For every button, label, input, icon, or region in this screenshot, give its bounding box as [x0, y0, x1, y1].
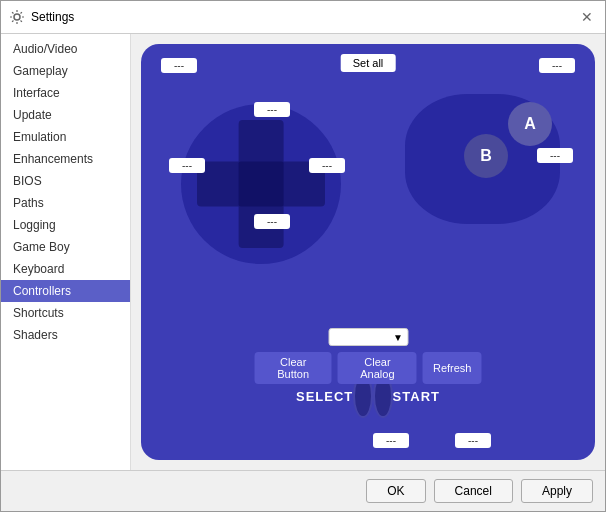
sidebar-item-audio-video[interactable]: Audio/Video: [1, 38, 130, 60]
main-area: --- --- Set all --- --- --- ---: [131, 34, 605, 470]
sidebar-item-controllers[interactable]: Controllers: [1, 280, 130, 302]
sidebar-item-game-boy[interactable]: Game Boy: [1, 236, 130, 258]
sidebar-item-gameplay[interactable]: Gameplay: [1, 60, 130, 82]
sidebar-item-emulation[interactable]: Emulation: [1, 126, 130, 148]
sidebar-item-update[interactable]: Update: [1, 104, 130, 126]
button-start-small[interactable]: ---: [455, 433, 491, 448]
window-title: Settings: [31, 10, 74, 24]
cancel-button[interactable]: Cancel: [434, 479, 513, 503]
sidebar-item-shortcuts[interactable]: Shortcuts: [1, 302, 130, 324]
button-dpad-up[interactable]: ---: [254, 102, 290, 117]
svg-point-0: [14, 14, 20, 20]
select-label: SELECT: [296, 389, 353, 404]
start-label: START: [393, 389, 440, 404]
sidebar-item-interface[interactable]: Interface: [1, 82, 130, 104]
face-button-a[interactable]: A: [508, 102, 552, 146]
main-content: Audio/VideoGameplayInterfaceUpdateEmulat…: [1, 34, 605, 470]
sidebar-item-bios[interactable]: BIOS: [1, 170, 130, 192]
controller-dropdown[interactable]: [328, 328, 408, 346]
settings-window: Settings ✕ Audio/VideoGameplayInterfaceU…: [0, 0, 606, 512]
ok-button[interactable]: OK: [366, 479, 425, 503]
button-dpad-left[interactable]: ---: [169, 158, 205, 173]
title-bar-left: Settings: [9, 9, 74, 25]
button-dpad-down[interactable]: ---: [254, 214, 290, 229]
clear-analog-button[interactable]: Clear Analog: [338, 352, 417, 384]
clear-button-button[interactable]: Clear Button: [255, 352, 332, 384]
action-buttons: Clear Button Clear Analog Refresh: [255, 352, 482, 384]
refresh-button[interactable]: Refresh: [423, 352, 482, 384]
dpad-circle: [181, 104, 341, 264]
dpad-center: [239, 162, 284, 207]
face-buttons-area: A B: [405, 94, 565, 234]
bottom-bar: OK Cancel Apply: [1, 470, 605, 511]
dpad-container: [181, 104, 341, 264]
sidebar-item-paths[interactable]: Paths: [1, 192, 130, 214]
action-area: ▼ Clear Button Clear Analog Refresh: [255, 328, 482, 384]
sidebar-item-shaders[interactable]: Shaders: [1, 324, 130, 346]
apply-button[interactable]: Apply: [521, 479, 593, 503]
dropdown-container: ▼: [328, 328, 408, 346]
button-tr[interactable]: ---: [539, 58, 575, 73]
close-button[interactable]: ✕: [577, 7, 597, 27]
controller-panel: --- --- Set all --- --- --- ---: [141, 44, 595, 460]
settings-icon: [9, 9, 25, 25]
button-select-small[interactable]: ---: [373, 433, 409, 448]
button-dpad-right[interactable]: ---: [309, 158, 345, 173]
set-all-button[interactable]: Set all: [341, 54, 396, 72]
title-bar: Settings ✕: [1, 1, 605, 34]
sidebar-item-logging[interactable]: Logging: [1, 214, 130, 236]
sidebar-item-keyboard[interactable]: Keyboard: [1, 258, 130, 280]
sidebar-item-enhancements[interactable]: Enhancements: [1, 148, 130, 170]
button-r[interactable]: ---: [537, 148, 573, 163]
face-button-b[interactable]: B: [464, 134, 508, 178]
button-tl[interactable]: ---: [161, 58, 197, 73]
sidebar: Audio/VideoGameplayInterfaceUpdateEmulat…: [1, 34, 131, 470]
